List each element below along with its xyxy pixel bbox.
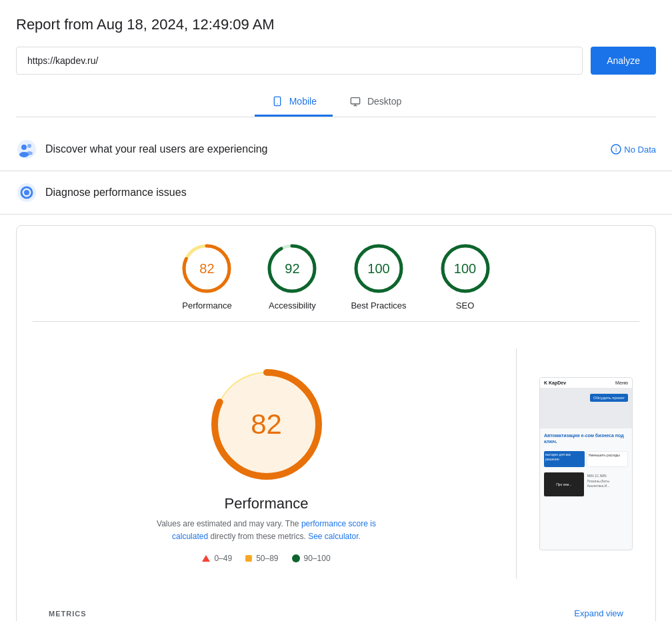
diagnose-text: Diagnose performance issues [45,187,187,199]
big-performance-circle: 82 [207,364,327,484]
preview-text-col: N8N.1C.N8N Плагины.Боты Аналитика.И... [586,472,629,496]
detail-title: Performance [225,495,309,512]
preview-img: Про кем... [544,472,584,496]
svg-rect-0 [274,97,280,105]
svg-rect-2 [351,98,359,104]
preview-cta-btn: Обсудить проект [590,394,628,402]
scores-card: 82 Performance 92 Accessibility [16,225,656,621]
info-icon: i [611,144,621,155]
seo-score-label: SEO [456,301,474,310]
metrics-section: METRICS Expand view First Contentful Pai… [33,600,639,621]
no-data-badge: i No Data [611,144,656,155]
legend-fail: 0–49 [202,554,232,563]
preview-heading: Автоматизация е-сом бизнеса под ключ. [544,432,628,444]
accessibility-score-label: Accessibility [269,301,316,310]
metrics-header: METRICS Expand view [49,600,623,621]
calculator-link[interactable]: See calculator. [308,532,361,541]
svg-point-1 [277,103,277,104]
legend: 0–49 50–89 90–100 [202,554,330,563]
seo-score-value: 100 [454,261,476,277]
score-best-practices[interactable]: 100 Best Practices [351,242,406,310]
pass-icon [292,554,300,562]
detail-right: K KapDev Меню Обсудить проект Автоматиза… [533,338,639,590]
site-preview: K KapDev Меню Обсудить проект Автоматиза… [539,377,633,550]
expand-view-button[interactable]: Expand view [574,608,623,618]
detail-divider [516,348,517,579]
score-seo[interactable]: 100 SEO [439,242,492,310]
preview-card-1: выгодно для вас решение [544,451,585,467]
url-input[interactable] [16,47,583,75]
score-accessibility[interactable]: 92 Accessibility [265,242,319,310]
performance-score-value: 82 [199,261,214,277]
diagnose-icon [16,182,37,203]
metrics-title: METRICS [49,610,87,618]
average-icon [245,555,252,562]
accessibility-score-value: 92 [285,261,299,277]
analyze-button[interactable]: Analyze [591,47,656,75]
tab-desktop-label: Desktop [367,96,401,107]
preview-cards: выгодно для вас решение Уменьшить расход… [540,448,632,470]
svg-point-4 [21,145,27,150]
desktop-icon [349,96,362,107]
tab-desktop[interactable]: Desktop [333,88,417,117]
detail-description: Values are estimated and may vary. The p… [140,518,393,543]
big-performance-value: 82 [251,408,282,440]
legend-pass: 90–100 [292,554,331,563]
preview-text-block: Автоматизация е-сом бизнеса под ключ. [540,428,632,448]
mobile-icon [271,96,284,107]
preview-menu: Меню [615,380,628,385]
svg-point-5 [27,144,31,148]
svg-point-7 [26,151,33,155]
performance-score-label: Performance [182,301,231,310]
real-users-text: Discover what your real users are experi… [45,143,267,155]
score-performance[interactable]: 82 Performance [180,242,233,310]
tab-mobile-label: Mobile [289,96,317,107]
report-title: Report from Aug 18, 2024, 12:49:09 AM [16,16,656,33]
real-users-section: Discover what your real users are experi… [0,128,672,171]
svg-text:i: i [615,146,617,153]
preview-hero: Обсудить проект [540,388,632,428]
preview-content: Обсудить проект Автоматизация е-сом бизн… [540,388,632,550]
detail-section: 82 Performance Values are estimated and … [33,327,639,600]
best-practices-score-label: Best Practices [351,301,406,310]
legend-average: 50–89 [245,554,278,563]
svg-point-12 [24,190,29,195]
fail-icon [202,555,210,562]
best-practices-score-value: 100 [367,261,389,277]
preview-header: K KapDev Меню [540,378,632,388]
detail-left: 82 Performance Values are estimated and … [33,338,500,590]
scores-row: 82 Performance 92 Accessibility [33,242,639,310]
preview-card-2: Уменьшить расходы [587,451,629,467]
tab-mobile[interactable]: Mobile [255,88,333,117]
preview-brand: K KapDev [544,380,566,385]
preview-bottom: Про кем... N8N.1C.N8N Плагины.Боты Анали… [540,470,632,499]
diagnose-section: Diagnose performance issues [0,171,672,215]
real-users-icon [16,139,37,160]
